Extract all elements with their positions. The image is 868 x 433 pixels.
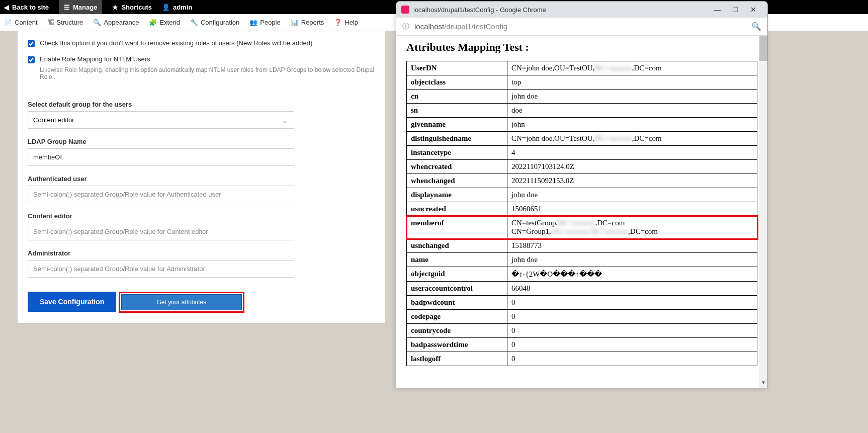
auth-user-label: Authenticated user [28, 175, 375, 183]
tab-structure[interactable]: 🏗Structure [48, 19, 83, 26]
minimize-button[interactable]: — [708, 6, 726, 14]
tab-content[interactable]: 📄Content [4, 19, 38, 26]
attr-key: givenname [407, 118, 507, 132]
table-row: UserDNCN=john doe,OU=TestOU,DC=xxxxxx,DC… [407, 61, 757, 75]
table-row: namejohn doe [407, 253, 757, 267]
config-icon: 🔧 [190, 19, 198, 26]
star-icon: ★ [112, 4, 118, 11]
appearance-icon: 🔍 [93, 19, 101, 26]
checkbox-ntlm-sub: Likewise Role Mapping, enabling this opt… [40, 66, 375, 80]
back-icon: ◀ [4, 4, 9, 11]
vertical-scrollbar[interactable]: ▼ [759, 36, 767, 388]
attr-value: 15060651 [507, 202, 757, 216]
tab-people[interactable]: 👥People [249, 19, 280, 26]
checkbox-ntlm-input[interactable] [28, 56, 35, 63]
attr-key: badpasswordtime [407, 338, 507, 352]
table-row: distinguishednameCN=john doe,OU=TestOU,D… [407, 132, 757, 146]
table-row: whenchanged20221115092153.0Z [407, 174, 757, 188]
attr-key: codepage [407, 310, 507, 324]
manage-label: Manage [73, 4, 97, 11]
file-icon: 📄 [4, 19, 12, 26]
get-attributes-button[interactable]: Get your attributes [121, 294, 242, 310]
attr-value: 66048 [507, 282, 757, 296]
attr-key: useraccountcontrol [407, 282, 507, 296]
attr-key: instancetype [407, 146, 507, 160]
attr-key: usncreated [407, 202, 507, 216]
manage-link[interactable]: ☰ Manage [59, 0, 102, 14]
checkbox-keep-roles-input[interactable] [28, 40, 35, 47]
attr-value: 20221107103124.0Z [507, 160, 757, 174]
maximize-button[interactable]: ☐ [726, 6, 744, 14]
scrollbar-thumb[interactable] [759, 36, 767, 61]
url-text: localhost/drupal1/testConfig [414, 22, 751, 31]
back-to-site-link[interactable]: ◀ Back to site [4, 4, 49, 11]
default-group-label: Select default group for the users [28, 101, 375, 108]
auth-user-input[interactable] [28, 186, 294, 203]
highlight-get-attributes: Get your attributes [119, 292, 244, 313]
attr-key: displayname [407, 188, 507, 202]
back-label: Back to site [12, 4, 49, 11]
scrollbar-down-arrow[interactable]: ▼ [759, 380, 767, 388]
attr-value: 0 [507, 310, 757, 324]
attr-key: distinguishedname [407, 132, 507, 146]
attr-value: CN=john doe,OU=TestOU,DC=xxxxxx,DC=com [507, 61, 757, 75]
table-row: lastlogoff0 [407, 352, 757, 366]
admin-user-link[interactable]: 👤 admin [162, 4, 192, 11]
attr-key: cn [407, 90, 507, 104]
attr-value: john [507, 118, 757, 132]
tab-extend[interactable]: 🧩Extend [149, 19, 180, 26]
table-row: memberofCN=testGroup,DC=xxxxxx,DC=comCN=… [407, 216, 757, 239]
attr-key: objectguid [407, 267, 507, 282]
chevron-down-icon: ⌄ [282, 116, 288, 124]
admin-label: Administrator [28, 249, 375, 257]
tab-appearance[interactable]: 🔍Appearance [93, 19, 139, 26]
checkbox-ntlm-label: Enable Role Mapping for NTLM Users [40, 55, 150, 63]
table-row: objectclasstop [407, 75, 757, 90]
help-icon: ❓ [334, 19, 342, 26]
shortcuts-label: Shortcuts [121, 4, 152, 11]
reports-icon: 📊 [291, 19, 299, 26]
table-row: usncreated15060651 [407, 202, 757, 216]
checkbox-ntlm[interactable]: Enable Role Mapping for NTLM Users [28, 55, 375, 63]
attr-key: UserDN [407, 61, 507, 75]
chrome-window: localhost/drupal1/testConfig - Google Ch… [396, 1, 768, 388]
search-icon[interactable]: 🔍 [751, 22, 761, 31]
attr-value: john doe [507, 253, 757, 267]
ldap-group-input[interactable] [28, 148, 294, 166]
admin-label: admin [173, 4, 192, 11]
attr-value: �↕-{2W�O���↑��� [507, 267, 757, 282]
user-icon: 👤 [162, 4, 170, 11]
attributes-table: UserDNCN=john doe,OU=TestOU,DC=xxxxxx,DC… [406, 61, 757, 366]
tab-configuration[interactable]: 🔧Configuration [190, 19, 239, 26]
table-row: badpasswordtime0 [407, 338, 757, 352]
chrome-favicon [401, 6, 409, 14]
default-group-select[interactable]: Content editor ⌄ [28, 111, 294, 129]
save-config-button[interactable]: Save Configuration [28, 292, 116, 312]
table-row: usnchanged15188773 [407, 239, 757, 253]
content-editor-input[interactable] [28, 223, 294, 240]
close-button[interactable]: ✕ [744, 6, 762, 14]
admin-input[interactable] [28, 260, 294, 278]
shortcuts-link[interactable]: ★ Shortcuts [112, 4, 152, 11]
attr-key: usnchanged [407, 239, 507, 253]
chrome-address-bar[interactable]: ⓘ localhost/drupal1/testConfig 🔍 [396, 18, 767, 36]
attr-value: 0 [507, 324, 757, 338]
attr-key: memberof [407, 216, 507, 239]
attr-value: doe [507, 104, 757, 118]
checkbox-keep-roles[interactable]: Check this option if you don't want to r… [28, 39, 375, 47]
page-heading: Attributes Mapping Test : [406, 41, 757, 54]
table-row: displaynamejohn doe [407, 188, 757, 202]
tab-reports[interactable]: 📊Reports [291, 19, 324, 26]
extend-icon: 🧩 [149, 19, 157, 26]
attr-value: john doe [507, 90, 757, 104]
table-row: countrycode0 [407, 324, 757, 338]
attr-value: 0 [507, 352, 757, 366]
attr-key: badpwdcount [407, 296, 507, 310]
attr-value: CN=john doe,OU=TestOU,DC=xxxxxx,DC=com [507, 132, 757, 146]
attr-value: 0 [507, 338, 757, 352]
chrome-titlebar[interactable]: localhost/drupal1/testConfig - Google Ch… [396, 2, 767, 18]
tab-help[interactable]: ❓Help [334, 19, 358, 26]
chrome-title: localhost/drupal1/testConfig - Google Ch… [413, 6, 708, 14]
people-icon: 👥 [249, 19, 257, 26]
info-icon[interactable]: ⓘ [402, 22, 409, 31]
